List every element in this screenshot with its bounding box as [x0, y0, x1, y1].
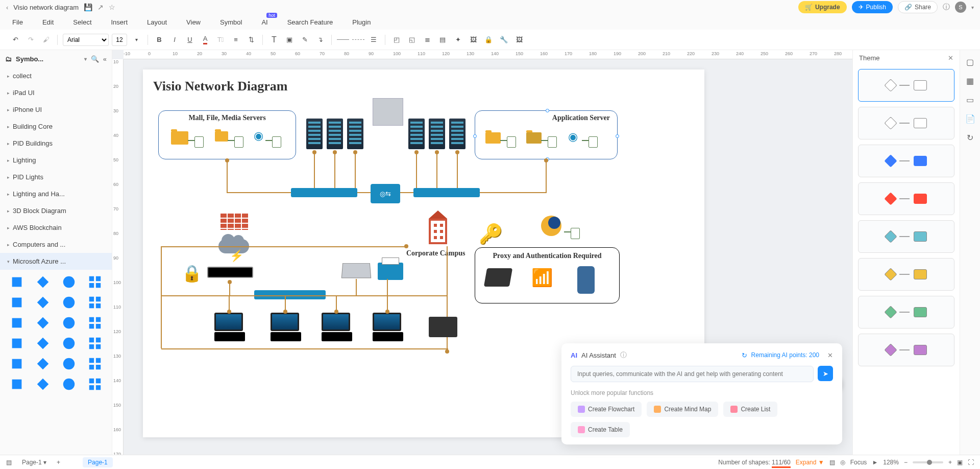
server-rack-icon[interactable]: [408, 119, 425, 149]
theme-close-icon[interactable]: ✕: [948, 54, 953, 62]
font-select[interactable]: Arial: [63, 34, 109, 46]
menu-layout[interactable]: Layout: [147, 18, 167, 26]
server-rack-icon[interactable]: [429, 119, 445, 149]
theme-card[interactable]: [858, 258, 954, 291]
azure-symbol-icon[interactable]: [57, 334, 81, 353]
outline-icon[interactable]: ▤: [6, 459, 12, 466]
menu-insert[interactable]: Insert: [111, 18, 128, 26]
bold-button[interactable]: B: [153, 34, 165, 46]
rail-shapes-icon[interactable]: ▢: [966, 57, 974, 67]
fill-color-button[interactable]: ▣: [283, 34, 296, 46]
sidebar-item[interactable]: collect: [0, 67, 112, 84]
menu-symbol[interactable]: Symbol: [220, 18, 242, 26]
workstation-icon[interactable]: [322, 313, 352, 341]
azure-symbol-icon[interactable]: [83, 334, 107, 353]
ai-image-button[interactable]: 🖼: [513, 34, 525, 46]
ai-action-button[interactable]: Create Mind Map: [647, 402, 718, 417]
page-tab-active[interactable]: Page-1: [83, 457, 113, 467]
avatar[interactable]: S: [955, 2, 966, 13]
zoom-out-button[interactable]: −: [904, 459, 908, 466]
font-color-button[interactable]: A: [199, 34, 211, 46]
clear-format-button[interactable]: T⃠: [214, 34, 227, 46]
theme-card[interactable]: [858, 69, 954, 102]
search-icon[interactable]: 🔍: [91, 55, 99, 63]
azure-symbol-icon[interactable]: [5, 273, 29, 291]
group-button[interactable]: ◰: [390, 34, 403, 46]
menu-search-feature[interactable]: Search Feature: [287, 18, 333, 26]
ai-action-button[interactable]: Create List: [723, 402, 777, 417]
workstation-icon[interactable]: [271, 313, 301, 341]
align-button[interactable]: ≡: [230, 34, 242, 46]
box-proxy[interactable]: Proxy and Authentication Required 📶: [475, 247, 620, 303]
zoom-slider[interactable]: [913, 461, 943, 463]
underline-button[interactable]: U: [184, 34, 196, 46]
back-button[interactable]: ‹: [6, 4, 8, 11]
rail-history-icon[interactable]: ↻: [967, 133, 973, 143]
focus-label[interactable]: Focus: [850, 459, 867, 466]
workstation-icon[interactable]: [373, 313, 403, 341]
ai-refresh-icon[interactable]: ↻: [742, 351, 747, 359]
theme-card[interactable]: [858, 220, 954, 253]
ai-action-button[interactable]: Create Flowchart: [571, 402, 642, 417]
switch-bar[interactable]: [254, 290, 326, 299]
save-icon[interactable]: 💾: [84, 3, 92, 11]
fullscreen-icon[interactable]: ⛶: [968, 459, 974, 466]
azure-symbol-icon[interactable]: [31, 293, 55, 312]
rail-present-icon[interactable]: ▭: [966, 95, 974, 105]
sidebar-item[interactable]: Building Core: [0, 118, 112, 135]
focus-target-icon[interactable]: ◎: [840, 459, 845, 466]
selection-handle[interactable]: [616, 134, 619, 138]
lock-button[interactable]: 🔒: [482, 34, 495, 46]
ungroup-button[interactable]: ◱: [406, 34, 418, 46]
sidebar-menu-chevron-icon[interactable]: ▾: [84, 56, 87, 62]
picture-button[interactable]: 🖼: [467, 34, 479, 46]
add-page-button[interactable]: +: [57, 459, 60, 466]
line-style-solid[interactable]: [337, 34, 349, 46]
sidebar-item[interactable]: Lighting: [0, 152, 112, 169]
expand-button[interactable]: Expand ▼: [796, 459, 824, 466]
sidebar-item[interactable]: PID Buildings: [0, 135, 112, 152]
azure-symbol-icon[interactable]: [5, 334, 29, 353]
ai-action-button[interactable]: Create Table: [571, 422, 630, 437]
switch-bar[interactable]: [291, 188, 357, 197]
sidebar-item[interactable]: iPad UI: [0, 84, 112, 101]
sidebar-item[interactable]: AWS Blockchain: [0, 219, 112, 236]
box-mall-servers[interactable]: Mall, File, Media Servers ◉: [158, 110, 296, 159]
redo-button[interactable]: ↷: [24, 34, 37, 46]
text-tool-button[interactable]: T: [268, 34, 280, 46]
theme-card[interactable]: [858, 296, 954, 329]
server-tower-icon[interactable]: [373, 98, 403, 126]
line-spacing-button[interactable]: ⇅: [245, 34, 257, 46]
theme-card[interactable]: [858, 145, 954, 177]
firewall-icon[interactable]: [219, 213, 248, 230]
ai-close-icon[interactable]: ✕: [827, 351, 833, 359]
azure-symbol-icon[interactable]: [31, 375, 55, 393]
azure-symbol-icon[interactable]: [31, 334, 55, 353]
router-icon[interactable]: ◎⇆: [371, 184, 400, 203]
italic-button[interactable]: I: [168, 34, 181, 46]
globe-icon[interactable]: [541, 216, 561, 236]
line-color-button[interactable]: ✎: [299, 34, 311, 46]
avatar-menu-chevron-icon[interactable]: ▾: [971, 5, 974, 10]
menu-select[interactable]: Select: [73, 18, 91, 26]
appliance-icon[interactable]: [207, 267, 253, 278]
line-style-dash[interactable]: [352, 34, 364, 46]
azure-symbol-icon[interactable]: [57, 314, 81, 332]
menu-edit[interactable]: Edit: [42, 18, 54, 26]
fit-screen-icon[interactable]: ▣: [957, 459, 963, 466]
azure-symbol-icon[interactable]: [57, 375, 81, 393]
ai-send-button[interactable]: ➤: [818, 366, 833, 381]
lock-icon[interactable]: 🔒: [182, 264, 202, 283]
azure-symbol-icon[interactable]: [57, 273, 81, 291]
printer-large-icon[interactable]: [429, 317, 457, 337]
server-rack-icon[interactable]: [306, 119, 323, 149]
azure-symbol-icon[interactable]: [5, 355, 29, 373]
rail-grid-icon[interactable]: ▦: [966, 76, 974, 86]
azure-symbol-icon[interactable]: [83, 314, 107, 332]
sidebar-item[interactable]: Computers and ...: [0, 236, 112, 253]
sidebar-item[interactable]: Lighting and Ha...: [0, 185, 112, 202]
menu-file[interactable]: File: [12, 18, 23, 26]
publish-button[interactable]: ✈ Publish: [852, 1, 893, 13]
font-size-input[interactable]: [112, 34, 127, 46]
theme-card[interactable]: [858, 182, 954, 215]
